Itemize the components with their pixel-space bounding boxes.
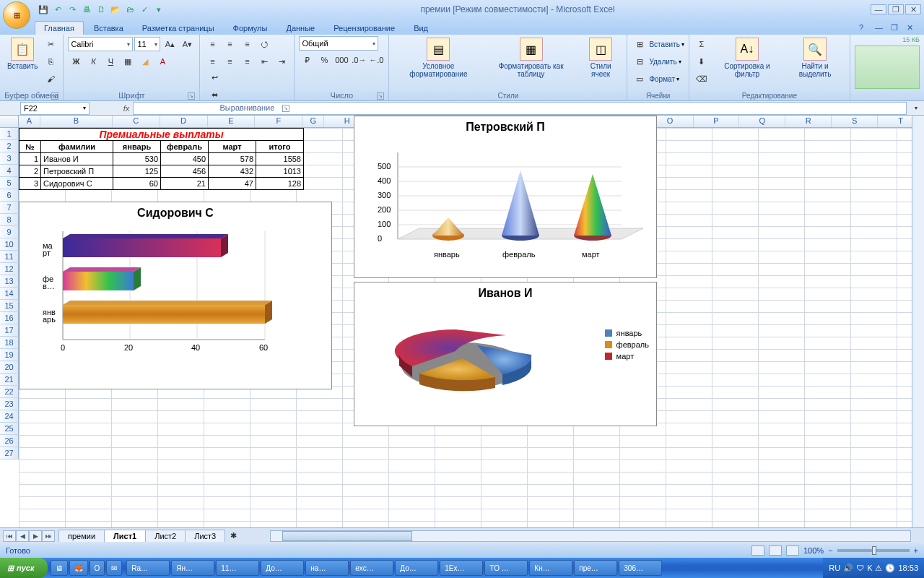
row-header[interactable]: 25 [0, 423, 19, 435]
font-size-combo[interactable]: 11▾ [134, 37, 160, 51]
shrink-font-icon[interactable]: A▾ [179, 36, 195, 52]
table-cell[interactable]: Сидорович С [41, 178, 113, 190]
hscrollbar[interactable] [270, 530, 911, 542]
zoom-thumb[interactable] [872, 546, 876, 555]
dialog-launcher-icon[interactable]: ↘ [377, 92, 384, 100]
tab-home[interactable]: Главная [35, 21, 84, 35]
table-cell[interactable]: 450 [161, 153, 209, 165]
qat-open-icon[interactable]: 📂 [110, 4, 121, 15]
qat-undo-icon[interactable]: ↶ [52, 4, 64, 15]
taskbar-task[interactable]: пре… [574, 560, 617, 576]
qat-spell-icon[interactable]: ✓ [139, 4, 150, 15]
tray-volume-icon[interactable]: 🔊 [843, 564, 853, 573]
taskbar-task[interactable]: Ян… [171, 560, 214, 576]
col-header[interactable]: C [113, 116, 160, 127]
view-normal-icon[interactable] [751, 545, 764, 556]
wrap-text-icon[interactable]: ↩ [204, 69, 225, 85]
tray-lang[interactable]: RU [829, 564, 840, 572]
prev-sheet-icon[interactable]: ◀ [16, 530, 29, 542]
table-cell[interactable]: 432 [209, 165, 256, 178]
table-cell[interactable]: 47 [209, 178, 256, 190]
col-header[interactable]: B [40, 116, 113, 127]
start-button[interactable]: ⊞пуск [0, 558, 48, 578]
paste-button[interactable]: 📋 Вставить [4, 36, 40, 72]
fx-icon[interactable]: fx [120, 104, 133, 113]
table-cell[interactable]: 578 [209, 153, 256, 165]
row-header[interactable]: 20 [0, 361, 19, 374]
expand-fbar-icon[interactable]: ▾ [908, 100, 924, 116]
ql-firefox-icon[interactable]: 🦊 [69, 560, 88, 576]
qat-dropdown-icon[interactable]: ▾ [153, 4, 165, 15]
ql-opera-icon[interactable]: O [90, 560, 105, 576]
row-header[interactable]: 17 [0, 324, 19, 337]
cell-styles-button[interactable]: ◫Стили ячеек [579, 36, 623, 79]
tab-pagelayout[interactable]: Разметка страницы [134, 22, 223, 35]
table-cell[interactable]: 60 [113, 178, 161, 190]
delete-cells-icon[interactable]: ⊟ [632, 53, 648, 69]
taskbar-task[interactable]: 1Ex… [440, 560, 483, 576]
qat-print-icon[interactable]: 🖶 [81, 4, 92, 15]
sort-filter-button[interactable]: A↓Сортировка и фильтр [712, 36, 783, 79]
sheet-tab[interactable]: премии [58, 530, 105, 542]
col-header[interactable]: P [694, 116, 740, 127]
tray-clock-icon[interactable]: 🕓 [885, 564, 895, 573]
number-format-combo[interactable]: Общий▾ [299, 36, 378, 51]
row-header[interactable]: 24 [0, 410, 19, 423]
minimize-button[interactable]: — [871, 4, 886, 14]
next-sheet-icon[interactable]: ▶ [29, 530, 42, 542]
row-header[interactable]: 22 [0, 386, 19, 398]
percent-icon[interactable]: % [316, 52, 332, 68]
row-header[interactable]: 11 [0, 251, 19, 263]
fmtpainter-icon[interactable]: 🖌 [43, 71, 58, 87]
col-header[interactable]: Q [739, 116, 785, 127]
tray-warn-icon[interactable]: ⚠ [875, 564, 882, 573]
qat-save-icon[interactable]: 💾 [38, 4, 49, 15]
row-header[interactable]: 1 [0, 128, 19, 140]
taskbar-task[interactable]: Кн… [529, 560, 572, 576]
restore-doc-icon[interactable]: ❐ [891, 23, 902, 35]
last-sheet-icon[interactable]: ⏭ [42, 530, 55, 542]
autosum-icon[interactable]: Σ [694, 36, 710, 52]
fill-icon[interactable]: ⬇ [694, 53, 710, 69]
row-header[interactable]: 18 [0, 337, 19, 349]
sheet-tab[interactable]: Лист3 [185, 530, 225, 542]
hscroll-thumb[interactable] [282, 531, 412, 541]
table-cell[interactable]: 3 [19, 178, 41, 190]
row-header[interactable]: 10 [0, 238, 19, 251]
new-sheet-icon[interactable]: ✱ [225, 528, 241, 544]
copy-icon[interactable]: ⎘ [43, 53, 58, 69]
ql-desktop-icon[interactable]: 🖥 [51, 560, 68, 576]
font-color-icon[interactable]: A [154, 53, 170, 69]
cond-format-button[interactable]: ▤Условное форматирование [393, 36, 483, 79]
taskbar-task[interactable]: Ra… [126, 560, 170, 576]
view-pagelayout-icon[interactable] [769, 545, 782, 556]
clear-icon[interactable]: ⌫ [694, 71, 710, 87]
row-header[interactable]: 14 [0, 288, 19, 300]
indent-dec-icon[interactable]: ⇤ [256, 53, 272, 69]
table-cell[interactable]: 128 [256, 178, 304, 190]
inc-dec-icon[interactable]: .0→ [351, 52, 367, 68]
indent-inc-icon[interactable]: ⇥ [274, 53, 289, 69]
ql-mail-icon[interactable]: ✉ [106, 560, 122, 576]
sheet-tab[interactable]: Лист1 [104, 530, 146, 542]
qat-new-icon[interactable]: 🗋 [95, 4, 107, 15]
zoom-level[interactable]: 100% [803, 546, 824, 555]
row-header[interactable]: 13 [0, 275, 19, 288]
table-cell[interactable]: 456 [161, 165, 209, 178]
row-header[interactable]: 15 [0, 300, 19, 312]
vscrollbar[interactable] [912, 116, 924, 527]
format-cells-icon[interactable]: ▭ [632, 71, 648, 87]
align-center-icon[interactable]: ≡ [222, 53, 237, 69]
dialog-launcher-icon[interactable]: ↘ [51, 92, 58, 100]
chart-sidorovich[interactable]: Сидорович С март фе [19, 202, 332, 389]
row-header[interactable]: 12 [0, 263, 19, 275]
align-top-icon[interactable]: ≡ [204, 36, 220, 52]
row-header[interactable]: 9 [0, 226, 19, 238]
taskbar-task[interactable]: TO … [484, 560, 528, 576]
borders-icon[interactable]: ▦ [120, 53, 136, 69]
min-ribbon-icon[interactable]: — [875, 23, 886, 35]
chart-ivanov[interactable]: Иванов И январь февраль [354, 282, 657, 426]
tab-review[interactable]: Рецензирование [325, 22, 404, 35]
zoom-slider[interactable] [837, 549, 910, 552]
table-cell[interactable]: 125 [113, 165, 161, 178]
